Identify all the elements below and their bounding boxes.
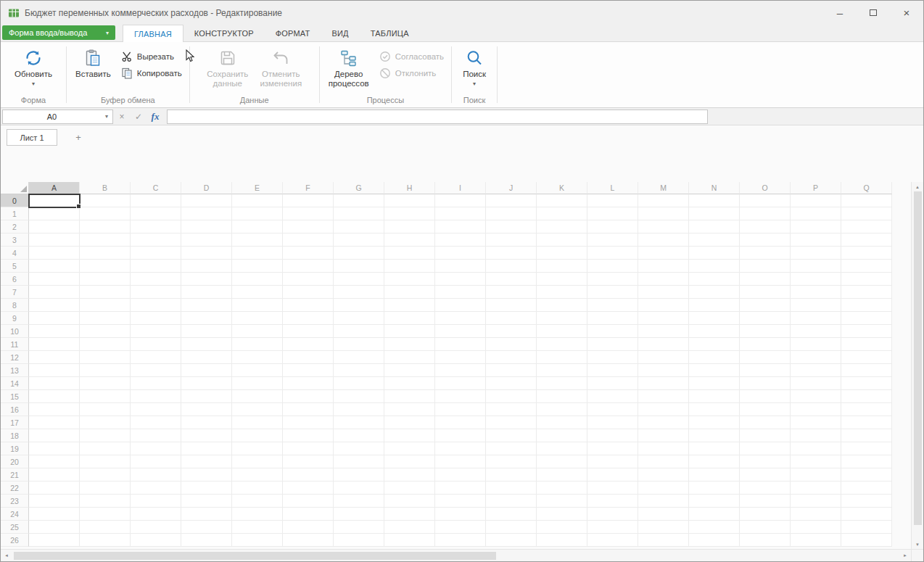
cell-G9[interactable] <box>334 312 384 325</box>
insert-function-button[interactable]: fx <box>147 111 163 123</box>
cell-Q13[interactable] <box>841 364 892 377</box>
add-sheet-button[interactable]: + <box>67 129 89 146</box>
cell-P15[interactable] <box>791 390 841 403</box>
cell-B2[interactable] <box>80 220 131 234</box>
cell-K14[interactable] <box>537 377 587 390</box>
cut-button[interactable]: Вырезать <box>121 51 182 62</box>
cell-O7[interactable] <box>740 286 791 299</box>
cancel-entry-button[interactable]: × <box>114 112 130 122</box>
cell-M2[interactable] <box>638 220 689 234</box>
cell-L0[interactable] <box>587 194 638 207</box>
cell-P18[interactable] <box>791 429 841 442</box>
cell-P26[interactable] <box>791 534 841 547</box>
cell-C22[interactable] <box>131 482 181 495</box>
cell-A25[interactable] <box>29 521 80 534</box>
cell-J13[interactable] <box>486 364 537 377</box>
cell-H10[interactable] <box>384 325 435 338</box>
column-header-J[interactable]: J <box>486 182 537 194</box>
cell-C14[interactable] <box>131 377 181 390</box>
row-header-9[interactable]: 9 <box>1 312 29 325</box>
cell-P24[interactable] <box>791 508 841 521</box>
cell-F19[interactable] <box>283 442 334 455</box>
cell-M8[interactable] <box>638 299 689 312</box>
sheet-tab-list1[interactable]: Лист 1 <box>7 129 57 146</box>
cell-F12[interactable] <box>283 351 334 364</box>
cell-B16[interactable] <box>80 403 131 416</box>
cell-K8[interactable] <box>537 299 587 312</box>
cell-C3[interactable] <box>131 234 181 247</box>
vertical-scrollbar[interactable]: ▲ ▼ <box>911 182 923 549</box>
cell-H13[interactable] <box>384 364 435 377</box>
cell-F1[interactable] <box>283 207 334 220</box>
cell-H7[interactable] <box>384 286 435 299</box>
cell-N9[interactable] <box>689 312 740 325</box>
cell-E18[interactable] <box>232 429 283 442</box>
cell-F8[interactable] <box>283 299 334 312</box>
cell-B7[interactable] <box>80 286 131 299</box>
cell-J22[interactable] <box>486 482 537 495</box>
cell-M4[interactable] <box>638 247 689 260</box>
cell-A15[interactable] <box>29 390 80 403</box>
column-header-B[interactable]: B <box>80 182 131 194</box>
cell-L24[interactable] <box>587 508 638 521</box>
cell-M18[interactable] <box>638 429 689 442</box>
cell-O21[interactable] <box>740 468 791 482</box>
cell-F18[interactable] <box>283 429 334 442</box>
cell-I7[interactable] <box>435 286 486 299</box>
cell-G14[interactable] <box>334 377 384 390</box>
row-header-16[interactable]: 16 <box>1 403 29 416</box>
cell-N20[interactable] <box>689 455 740 468</box>
cell-M11[interactable] <box>638 338 689 351</box>
cell-O16[interactable] <box>740 403 791 416</box>
cell-A0[interactable] <box>29 194 80 207</box>
row-header-25[interactable]: 25 <box>1 521 29 534</box>
cell-O12[interactable] <box>740 351 791 364</box>
cell-I2[interactable] <box>435 220 486 234</box>
column-header-A[interactable]: A <box>29 182 80 194</box>
column-header-C[interactable]: C <box>131 182 181 194</box>
cell-J10[interactable] <box>486 325 537 338</box>
row-header-23[interactable]: 23 <box>1 495 29 508</box>
cell-J16[interactable] <box>486 403 537 416</box>
cell-H11[interactable] <box>384 338 435 351</box>
cell-L7[interactable] <box>587 286 638 299</box>
row-header-14[interactable]: 14 <box>1 377 29 390</box>
cell-D9[interactable] <box>181 312 232 325</box>
cell-M13[interactable] <box>638 364 689 377</box>
cell-D23[interactable] <box>181 495 232 508</box>
cell-D10[interactable] <box>181 325 232 338</box>
cell-B23[interactable] <box>80 495 131 508</box>
cell-D15[interactable] <box>181 390 232 403</box>
cell-N15[interactable] <box>689 390 740 403</box>
cell-Q8[interactable] <box>841 299 892 312</box>
cell-A21[interactable] <box>29 468 80 482</box>
cell-Q3[interactable] <box>841 234 892 247</box>
cell-B3[interactable] <box>80 234 131 247</box>
cell-J5[interactable] <box>486 260 537 273</box>
cell-L22[interactable] <box>587 482 638 495</box>
cell-H8[interactable] <box>384 299 435 312</box>
undo-changes-button[interactable]: Отменитьизменения <box>254 44 308 88</box>
cell-Q21[interactable] <box>841 468 892 482</box>
approve-button[interactable]: Согласовать <box>379 51 444 62</box>
cell-O19[interactable] <box>740 442 791 455</box>
cell-Q2[interactable] <box>841 220 892 234</box>
cell-K10[interactable] <box>537 325 587 338</box>
cell-G20[interactable] <box>334 455 384 468</box>
cell-I10[interactable] <box>435 325 486 338</box>
cell-D5[interactable] <box>181 260 232 273</box>
cell-O14[interactable] <box>740 377 791 390</box>
chevron-down-icon[interactable]: ▾ <box>101 113 112 120</box>
cell-F22[interactable] <box>283 482 334 495</box>
cell-O4[interactable] <box>740 247 791 260</box>
cell-C20[interactable] <box>131 455 181 468</box>
cell-H17[interactable] <box>384 416 435 429</box>
cell-B15[interactable] <box>80 390 131 403</box>
cell-K24[interactable] <box>537 508 587 521</box>
cell-C18[interactable] <box>131 429 181 442</box>
cell-N17[interactable] <box>689 416 740 429</box>
cell-L6[interactable] <box>587 273 638 286</box>
row-header-18[interactable]: 18 <box>1 429 29 442</box>
cell-G5[interactable] <box>334 260 384 273</box>
chevron-down-icon[interactable]: ▾ <box>473 80 476 87</box>
